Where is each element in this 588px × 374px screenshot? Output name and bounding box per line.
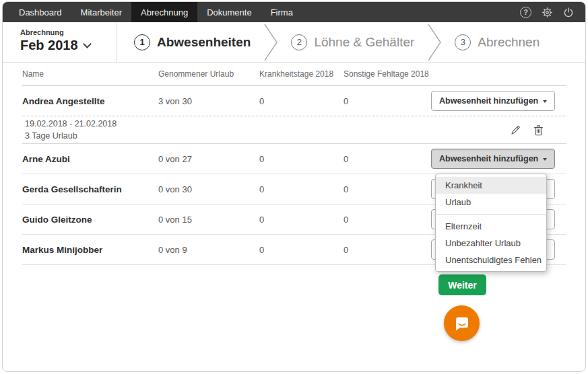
delete-trash-icon[interactable] <box>533 124 544 136</box>
help-icon[interactable]: ? <box>520 7 531 18</box>
nav-tab-dokumente[interactable]: Dokumente <box>197 2 261 22</box>
urlaub-value: 0 von 30 <box>158 184 259 194</box>
app-window: Dashboard Mitarbeiter Abrechnung Dokumen… <box>2 1 586 372</box>
top-nav-bar: Dashboard Mitarbeiter Abrechnung Dokumen… <box>3 2 585 22</box>
chat-bubble-icon[interactable] <box>444 305 480 341</box>
add-absence-button[interactable]: Abwesenheit hinzufügen <box>431 91 555 111</box>
absence-entry-text: 19.02.2018 - 21.02.2018 3 Tage Urlaub <box>25 118 117 142</box>
step-number: 1 <box>134 34 150 50</box>
table-row: Arne Azubi 0 von 27 0 0 Abwesenheit hinz… <box>22 144 566 174</box>
settings-gear-icon[interactable] <box>542 7 553 18</box>
absence-entry-row: 19.02.2018 - 21.02.2018 3 Tage Urlaub <box>22 116 566 144</box>
step-number: 3 <box>455 34 471 50</box>
add-absence-button-label: Abwesenheit hinzufügen <box>439 154 538 163</box>
absence-type-dropdown: Krankheit Urlaub Elternzeit Unbezahlter … <box>435 174 547 272</box>
menu-item-unentschuldigtes-fehlen[interactable]: Unentschuldigtes Fehlen <box>436 252 546 268</box>
krankheitstage-value: 0 <box>259 96 344 106</box>
topbar-icon-group: ? <box>520 2 585 22</box>
column-header-sonstige-fehltage: Sonstige Fehltage 2018 <box>344 69 431 79</box>
wizard-steps: 1 Abwesenheiten 2 Löhne & Gehälter 3 Abr… <box>117 22 585 62</box>
step-abwesenheiten[interactable]: 1 Abwesenheiten <box>134 34 251 50</box>
add-absence-button-label: Abwesenheit hinzufügen <box>439 96 538 106</box>
edit-pencil-icon[interactable] <box>510 124 521 136</box>
step-label: Abwesenheiten <box>157 35 251 50</box>
urlaub-value: 3 von 30 <box>158 96 259 106</box>
employee-name: Markus Minijobber <box>22 245 158 255</box>
step-separator-chevron <box>428 24 443 61</box>
nav-tab-firma[interactable]: Firma <box>261 2 302 22</box>
power-icon[interactable] <box>563 7 574 18</box>
employee-name: Gerda Gesellschafterin <box>22 184 158 194</box>
sonstige-value: 0 <box>344 245 431 255</box>
urlaub-value: 0 von 9 <box>158 245 259 255</box>
menu-divider <box>436 214 546 215</box>
weiter-button[interactable]: Weiter <box>438 274 486 295</box>
caret-down-icon <box>543 158 547 161</box>
employee-name: Guido Gleitzone <box>22 215 158 225</box>
menu-item-elternzeit[interactable]: Elternzeit <box>436 218 546 235</box>
step-label: Abrechnen <box>478 35 540 50</box>
krankheitstage-value: 0 <box>259 184 344 194</box>
column-header-genommener-urlaub: Genommener Urlaub <box>158 69 259 79</box>
sonstige-value: 0 <box>344 96 431 106</box>
column-header-krankheitstage: Krankheitstage 2018 <box>259 69 344 79</box>
absence-description: 3 Tage Urlaub <box>25 130 117 142</box>
step-number: 2 <box>291 34 307 50</box>
krankheitstage-value: 0 <box>259 245 344 255</box>
chevron-down-icon <box>83 40 92 48</box>
step-loehne-gehaelter[interactable]: 2 Löhne & Gehälter <box>291 34 414 50</box>
krankheitstage-value: 0 <box>259 154 344 164</box>
sonstige-value: 0 <box>344 154 431 164</box>
step-label: Löhne & Gehälter <box>314 35 414 50</box>
urlaub-value: 0 von 15 <box>158 215 259 225</box>
menu-item-urlaub[interactable]: Urlaub <box>436 194 546 211</box>
table-row: Andrea Angestellte 3 von 30 0 0 Abwesenh… <box>22 86 566 116</box>
main-nav-tabs: Dashboard Mitarbeiter Abrechnung Dokumen… <box>9 2 302 22</box>
caret-down-icon <box>543 100 547 103</box>
table-header-row: Name Genommener Urlaub Krankheitstage 20… <box>22 63 566 86</box>
menu-item-krankheit[interactable]: Krankheit <box>436 177 546 194</box>
step-separator-chevron <box>264 24 279 61</box>
urlaub-value: 0 von 27 <box>158 154 259 164</box>
employee-name: Arne Azubi <box>22 154 158 164</box>
stepper-header: Abrechnung Feb 2018 1 Abwesenheiten 2 Lö… <box>3 22 585 63</box>
sonstige-value: 0 <box>344 184 431 194</box>
nav-tab-abrechnung[interactable]: Abrechnung <box>131 2 197 22</box>
nav-tab-dashboard[interactable]: Dashboard <box>9 2 71 22</box>
period-value-text: Feb 2018 <box>20 38 78 53</box>
absence-date-range: 19.02.2018 - 21.02.2018 <box>25 118 117 130</box>
period-section-label: Abrechnung <box>20 28 117 36</box>
menu-item-unbezahlter-urlaub[interactable]: Unbezahlter Urlaub <box>436 235 546 252</box>
period-value: Feb 2018 <box>20 38 117 53</box>
add-absence-button-active[interactable]: Abwesenheit hinzufügen <box>431 149 555 169</box>
employee-name: Andrea Angestellte <box>22 96 158 106</box>
period-selector[interactable]: Abrechnung Feb 2018 <box>3 22 117 62</box>
absence-entry-actions <box>510 124 544 136</box>
column-header-name: Name <box>22 69 158 79</box>
krankheitstage-value: 0 <box>259 215 344 225</box>
step-abrechnen[interactable]: 3 Abrechnen <box>455 34 540 50</box>
nav-tab-mitarbeiter[interactable]: Mitarbeiter <box>71 2 131 22</box>
sonstige-value: 0 <box>344 215 431 225</box>
